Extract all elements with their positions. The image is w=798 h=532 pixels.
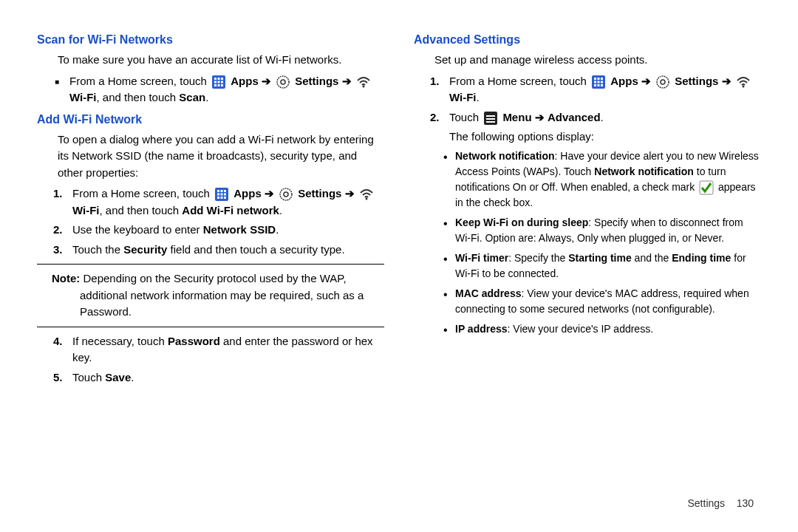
svg-rect-19 <box>224 194 226 196</box>
add-steps-2: 4.If necessary, touch Password and enter… <box>37 333 384 386</box>
svg-rect-14 <box>217 190 219 192</box>
add-heading: Add Wi-Fi Network <box>37 111 384 129</box>
wifi-icon <box>359 187 374 202</box>
apps-grid-icon <box>211 75 226 89</box>
svg-point-12 <box>362 85 364 87</box>
svg-rect-30 <box>594 81 596 83</box>
svg-point-23 <box>280 188 292 200</box>
scan-step: From a Home screen, touch Apps ➔ Setting… <box>37 73 384 106</box>
svg-rect-2 <box>218 78 220 80</box>
checkmark-icon <box>699 180 714 195</box>
svg-point-37 <box>661 80 665 84</box>
svg-rect-41 <box>486 118 495 120</box>
svg-rect-7 <box>214 84 216 86</box>
svg-rect-32 <box>601 81 603 83</box>
svg-rect-31 <box>598 81 600 83</box>
advanced-options: Network notification: Have your device a… <box>414 149 761 337</box>
menu-icon <box>483 111 498 126</box>
svg-rect-21 <box>221 197 223 199</box>
svg-rect-18 <box>221 194 223 196</box>
svg-rect-15 <box>221 190 223 192</box>
settings-gear-icon <box>279 187 293 202</box>
svg-rect-40 <box>486 115 495 117</box>
svg-rect-4 <box>214 81 216 83</box>
left-column: Scan for Wi-Fi Networks To make sure you… <box>37 30 384 389</box>
svg-rect-42 <box>486 121 495 123</box>
svg-rect-27 <box>594 78 596 80</box>
scan-heading: Scan for Wi-Fi Networks <box>37 31 384 49</box>
svg-rect-8 <box>218 84 220 86</box>
svg-point-38 <box>742 85 744 87</box>
apps-grid-icon <box>591 75 606 89</box>
svg-point-25 <box>365 198 367 200</box>
settings-gear-icon <box>655 75 670 89</box>
svg-point-10 <box>277 76 289 88</box>
svg-rect-9 <box>221 84 223 86</box>
wifi-icon <box>356 75 371 89</box>
add-intro: To open a dialog where you can add a Wi-… <box>37 132 384 182</box>
svg-rect-3 <box>221 78 223 80</box>
advanced-steps: 1. From a Home screen, touch Apps ➔ Sett… <box>414 73 761 146</box>
svg-rect-17 <box>217 194 219 196</box>
svg-rect-5 <box>218 81 220 83</box>
svg-rect-35 <box>601 84 603 86</box>
svg-rect-29 <box>601 78 603 80</box>
settings-gear-icon <box>276 75 290 89</box>
svg-rect-16 <box>224 190 226 192</box>
wifi-icon <box>736 75 751 89</box>
page-footer: Settings 130 <box>687 496 754 511</box>
svg-point-11 <box>281 80 285 84</box>
advanced-intro: Set up and manage wireless access points… <box>414 52 761 69</box>
svg-point-24 <box>284 192 288 197</box>
svg-rect-6 <box>221 81 223 83</box>
svg-rect-34 <box>598 84 600 86</box>
advanced-heading: Advanced Settings <box>414 31 761 49</box>
add-steps: 1. From a Home screen, touch Apps ➔ Sett… <box>37 185 384 258</box>
scan-intro: To make sure you have an accurate list o… <box>37 52 384 69</box>
svg-rect-28 <box>598 78 600 80</box>
svg-rect-33 <box>594 84 596 86</box>
svg-rect-1 <box>214 78 216 80</box>
svg-point-36 <box>657 76 669 88</box>
svg-rect-20 <box>217 197 219 199</box>
apps-grid-icon <box>214 187 229 202</box>
note-box: Note: Depending on the Security protocol… <box>37 264 384 327</box>
svg-rect-22 <box>224 197 226 199</box>
right-column: Advanced Settings Set up and manage wire… <box>414 30 761 389</box>
